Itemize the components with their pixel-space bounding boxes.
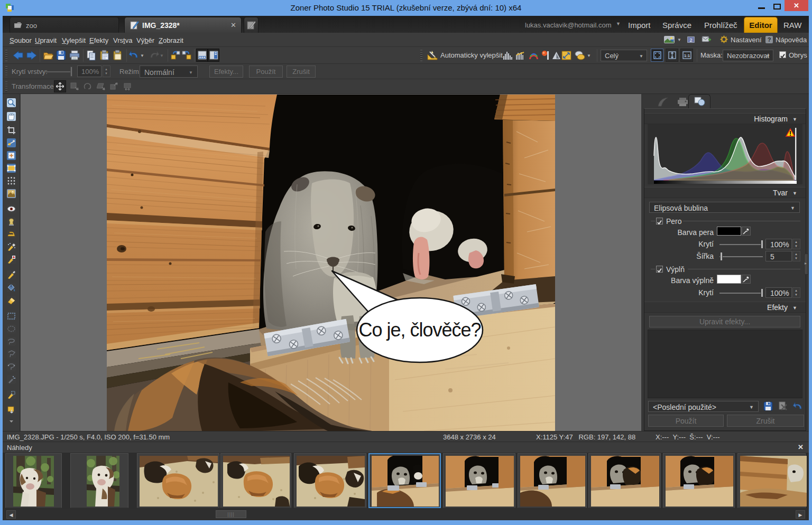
svg-text:Co je, člověče?: Co je, člověče?	[358, 319, 481, 341]
svg-text:1:1: 1:1	[684, 53, 690, 58]
svg-text:2: 2	[689, 38, 692, 43]
